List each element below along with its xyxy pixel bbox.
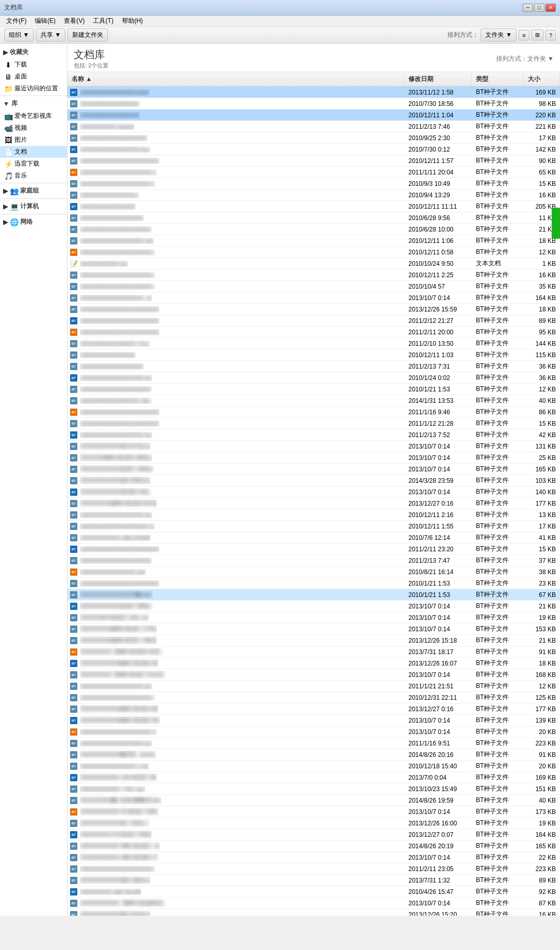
sidebar-item-download[interactable]: ⬇ 下载 xyxy=(0,59,67,71)
table-row[interactable]: BTXXXXXXXXXXXXXXXXXXXX2011/1/16 9:46BT种子… xyxy=(67,406,560,418)
table-row[interactable]: BTXXXXXXXXXXXXXXXXXX.n2011/1/11 20:04BT种… xyxy=(67,167,560,178)
table-row[interactable]: BTXXXXXXXXXX.(3D).DVD92010/7/6 12:14BT种子… xyxy=(67,532,560,544)
table-row[interactable]: BTXXXXXXXXXXXXXXXXXXXX2010/1/21 1:53BT种子… xyxy=(67,578,560,589)
table-row[interactable]: BTXXXXXXXXXXXXXXXXX2010/9/25 2:30BT种子文件1… xyxy=(67,132,560,144)
homegroup-group[interactable]: ▶ 👥 家庭组 xyxy=(0,184,67,197)
menu-tools[interactable]: 工具(T) xyxy=(89,16,117,26)
table-row[interactable]: BTXXXXXXXXXXXXXX.s tor2010/12/18 15:40BT… xyxy=(67,761,560,772)
table-row[interactable]: BTXXXXXXXXXXXXXX.t2010/9/4 13:29BT种子文件16… xyxy=(67,189,560,201)
scroll-indicator[interactable] xyxy=(552,208,560,239)
menu-edit[interactable]: 编辑(E) xyxy=(31,16,60,26)
table-row[interactable]: BTXXXXXXXXXXXXXXXX.ent2010/12/11 1:06BT种… xyxy=(67,235,560,247)
close-button[interactable]: ✕ xyxy=(545,4,556,12)
organize-button[interactable]: 组织 ▼ xyxy=(4,29,34,42)
table-row[interactable]: BTXXXXXXXXXXXXXXXXXXXX2011/2/11 23:20BT种… xyxy=(67,544,560,555)
table-row[interactable]: BTXXXXXXXX[MKV左右7.95G]2013/12/26 15:18BT… xyxy=(67,635,560,646)
computer-group[interactable]: ▶ 💻 计算机 xyxy=(0,200,67,213)
sidebar-item-pictures[interactable]: 🖼 图片 xyxy=(0,134,67,146)
table-row[interactable]: BTXXXXXXXXXXXXXXXXXXXX2010/12/11 1:57BT种… xyxy=(67,155,560,167)
table-row[interactable]: BTXXXXXXXXXX MKV左右】.to2014/8/26 20:19BT种… xyxy=(67,840,560,852)
table-row[interactable]: BTXXXXXXXXXX[MKV左右6.942013/12/26 16:07BT… xyxy=(67,658,560,669)
column-size[interactable]: 大小 xyxy=(524,73,560,85)
table-row[interactable]: BTXXXXXXXXXX右4.67G].to2013/10/7 0:14BT种子… xyxy=(67,441,560,452)
share-button[interactable]: 共享 ▼ xyxy=(36,29,65,42)
content-area[interactable]: 文档库 包括: 2个位置 排列方式：文件夹 ▼ 名称 ▲ 修改日期 xyxy=(67,44,560,916)
table-row[interactable]: BTXXXXXXXXXX【MKV左右8G】.2013/10/7 0:14BT种子… xyxy=(67,898,560,909)
sidebar-item-desktop[interactable]: 🖥 桌面 xyxy=(0,71,67,83)
table-row[interactable]: BTXXXXXXXXXXXXXXXXXX2011/2/13 7:47BT种子文件… xyxy=(67,555,560,566)
network-group[interactable]: ▶ 🌐 网络 xyxy=(0,215,67,228)
table-row[interactable]: BTXXXXXXXXXXXXXXXXX.re2010/12/11 1:55BT种… xyxy=(67,521,560,532)
table-row[interactable]: BTXXXXXXXXX.torrent2011/2/13 7:46BT种子文件2… xyxy=(67,121,560,132)
table-row[interactable]: BTXXXXXXXXXX KV左右7.94G2013/10/7 0:14BT种子… xyxy=(67,806,560,818)
table-row[interactable]: BTXXXXXXXXXXXXXXXXXXXX2013/12/26 15:59BT… xyxy=(67,304,560,315)
table-row[interactable]: BTXXXXXXXXXXXXXXXXXX2010/6/28 10:00BT种子文… xyxy=(67,224,560,235)
table-row[interactable]: BTXXXXXXXXXXXXXXXXXX.t2010/9/3 10:49BT种子… xyxy=(67,178,560,189)
table-row[interactable]: BTXXXXXX[MKV左右9.48G].t2013/10/7 0:14BT种子… xyxy=(67,452,560,464)
table-row[interactable]: BTXXXXXXXX版 右全宽格式.torr2014/8/26 19:59BT种… xyxy=(67,795,560,806)
table-row[interactable]: BTXXXXXXXXXXXXXXX.3d.r2014/1/31 13:53BT种… xyxy=(67,395,560,406)
table-row[interactable]: BTXXXXXXXXXX右5.91G].to2013/12/26 15:20BT… xyxy=(67,909,560,916)
new-folder-button[interactable]: 新建文件夹 xyxy=(67,29,108,42)
table-row[interactable]: BTXXXXXXXXXXXXXXXXXX.t2010/12/11 0:58BT种… xyxy=(67,247,560,258)
table-row[interactable]: BTXXXXXXXXXXXXXXX2010/7/30 18:56BT种子文件98… xyxy=(67,98,560,110)
table-row[interactable]: BTXXXXXXXX[MKV左右6.61G]2013/12/27 0:16BT种… xyxy=(67,498,560,509)
table-row[interactable]: BTXXXXXXXXXXXXXXXX2011/2/13 7:31BT种子文件36… xyxy=(67,361,560,372)
table-row[interactable]: BTXXXXXXXXXXXXXXXXXXXX2011/2/11 20:00BT种… xyxy=(67,327,560,338)
table-row[interactable]: BTXXXXXXXXXXXXXX2010/12/11 1:03BT种子文件115… xyxy=(67,349,560,361)
table-row[interactable]: BTXXXXXXXXXXXXXX物.torr2010/1/21 1:53BT种子… xyxy=(67,589,560,601)
table-row[interactable]: BTXXXXXXXXXXXXXXXX.tor2011/1/21 21:51BT种… xyxy=(67,681,560,692)
sidebar-item-recent[interactable]: 📁 最近访问的位置 xyxy=(0,83,67,94)
sidebar-item-documents[interactable]: 📄 文档 xyxy=(0,146,67,158)
table-row[interactable]: BTXXXXXXXXXXXXXXXXXX t2010/10/4 57BT种子文件… xyxy=(67,281,560,292)
table-row[interactable]: BTXXXXXXXXXX[MKV左右6.4G2013/10/7 0:14BT种子… xyxy=(67,715,560,726)
table-row[interactable]: BTXXXXXXXXXXXXXXXXXX.t2011/2/11 23:05BT种… xyxy=(67,863,560,875)
table-row[interactable]: BTXXXXXXXXXXXXXX.7\u1.2011/2/10 13:50BT种… xyxy=(67,338,560,349)
table-row[interactable]: BTXXXXXXXXXX左右7.99G] .2013/10/7 0:14BT种子… xyxy=(67,601,560,612)
table-row[interactable]: BTXXXXXXXXXX右7.25G] .t2013/12/26 16:00BT… xyxy=(67,818,560,829)
table-row[interactable]: BTXXXXXXXXXX右8.18G].to2013/7/31 1:32BT种子… xyxy=(67,875,560,886)
menu-view[interactable]: 查看(V) xyxy=(60,16,89,26)
table-row[interactable]: BTXXXXXXXXXXXXXXX2010/12/11 1:04BT种子文件22… xyxy=(67,110,560,121)
table-row[interactable]: BTXXXXXXXXXX 1KV左右7.592013/7/0 0:04BT种子文… xyxy=(67,772,560,783)
table-row[interactable]: BTXXXXXXXXXXXXXXX.torr2010/7/30 0:12BT种子… xyxy=(67,144,560,155)
table-row[interactable]: BTXXXXXXXXXXXXXX2010/12/11 11:11BT种子文件20… xyxy=(67,201,560,212)
menu-help[interactable]: 帮助(H) xyxy=(118,16,147,26)
table-row[interactable]: BTXXXXXXKV左右7.2G] .tor2013/10/7 0:14BT种子… xyxy=(67,612,560,623)
table-row[interactable]: BTXXXXXXXXXXXXXX.ent2010/8/21 16:14BT种子文… xyxy=(67,566,560,578)
table-row[interactable]: BTXXXXXXXXXXXXXXXX .to2013/10/7 0:14BT种子… xyxy=(67,292,560,304)
help-button[interactable]: ? xyxy=(545,30,556,40)
table-row[interactable]: BTXXXXXXXXXXXXXXXXXX2010/1/21 1:53BT种子文件… xyxy=(67,384,560,395)
table-row[interactable]: BTXXXXXXXXXX MKV左右8.172013/10/7 0:14BT种子… xyxy=(67,852,560,863)
sidebar-item-music[interactable]: 🎵 音乐 xyxy=(0,170,67,182)
view-tiles[interactable]: ⊞ xyxy=(531,30,543,40)
minimize-button[interactable]: ─ xyxy=(523,4,533,12)
table-row[interactable]: BTXXXXXXXXXXXXXX.torre2013/11/12 1:58BT种… xyxy=(67,87,560,98)
favorites-group[interactable]: ▶ 收藏夹 xyxy=(0,46,67,59)
column-name[interactable]: 名称 ▲ xyxy=(67,73,404,85)
table-row[interactable]: BTXXXXXXXXXXXXXXXXXX t2010/12/31 22:11BT… xyxy=(67,692,560,703)
table-row[interactable]: BTXXXXXXXX Idol Vol.662010/4/26 15:47BT种… xyxy=(67,886,560,898)
table-row[interactable]: BTXXXXXXXXXXXXXXXX.tor2011/1/16 9:51BT种子… xyxy=(67,738,560,749)
sort-info[interactable]: 排列方式：文件夹 ▼ xyxy=(496,55,554,63)
table-row[interactable]: BTXXXXXXXXXXXXXXXX2010/6/28 9:56BT种子文件11… xyxy=(67,212,560,224)
table-row[interactable]: BTXXXXXXXXXXXXXXXXXX 42013/10/7 0:14BT种子… xyxy=(67,726,560,738)
sort-dropdown[interactable]: 文件夹 ▼ xyxy=(481,29,516,42)
table-row[interactable]: 📝XXXXXXXXXX.txt2010/10/24 9:50文本文档1 KB xyxy=(67,258,560,269)
table-row[interactable]: BTXXXXXXXX[MKV左右7.27G]2013/10/7 0:14BT种子… xyxy=(67,623,560,635)
table-row[interactable]: BTXXXXXXXX KV左右7.55G] 2013/12/27 0:07BT种… xyxy=(67,829,560,840)
table-row[interactable]: BTXXXXXXXXXX○7G] .torr2013/10/23 15:49BT… xyxy=(67,783,560,795)
table-row[interactable]: BTXXXXXXXX【MKV左右8.3G】.2013/7/31 18:17BT种… xyxy=(67,646,560,658)
table-row[interactable]: BTXXXXXXXXXX左右7.44G].t2013/10/7 0:14BT种子… xyxy=(67,464,560,475)
table-row[interactable]: BTXXXXXXXXXX格式】.torren2014/8/26 20:16BT种… xyxy=(67,749,560,761)
table-row[interactable]: BTXXXXXXXXXX[MKV左右4.802013/12/27 0:16BT种… xyxy=(67,703,560,715)
table-row[interactable]: BTXXXXXXXX【MKV左右7.61G】2013/10/7 0:14BT种子… xyxy=(67,669,560,681)
column-date[interactable]: 修改日期 xyxy=(404,73,472,85)
table-row[interactable]: BTXXXXXXXXXXXXXXXX.tor2010/1/24 0:02BT种子… xyxy=(67,372,560,384)
table-row[interactable]: BTXXXXXXXXXX/左右6.4G] .2013/10/7 0:14BT种子… xyxy=(67,486,560,498)
table-row[interactable]: BTXXXXXXXXXXXXXXXXXXXX2011/1/12 21:28BT种… xyxy=(67,418,560,429)
maximize-button[interactable]: □ xyxy=(534,4,544,12)
libraries-group[interactable]: ▼ 库 xyxy=(0,97,67,110)
view-toggle[interactable]: ≡ xyxy=(518,30,529,40)
column-type[interactable]: 类型 xyxy=(472,73,524,85)
